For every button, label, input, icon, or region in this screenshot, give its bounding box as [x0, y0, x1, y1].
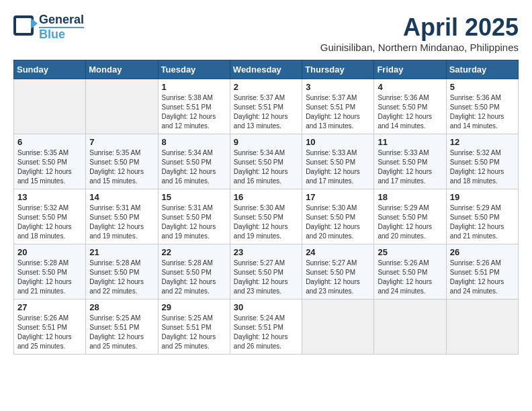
day-number: 26 [450, 247, 515, 257]
day-info: Sunrise: 5:32 AMSunset: 5:50 PMDaylight:… [17, 203, 82, 241]
calendar-cell: 12Sunrise: 5:32 AMSunset: 5:50 PMDayligh… [446, 134, 518, 189]
calendar-table: SundayMondayTuesdayWednesdayThursdayFrid… [13, 60, 519, 355]
logo-general: General [39, 13, 84, 27]
day-info: Sunrise: 5:25 AMSunset: 5:51 PMDaylight:… [162, 314, 226, 351]
day-info: Sunrise: 5:34 AMSunset: 5:50 PMDaylight:… [162, 148, 226, 186]
calendar-cell: 1Sunrise: 5:38 AMSunset: 5:51 PMDaylight… [158, 79, 230, 134]
calendar-cell: 22Sunrise: 5:28 AMSunset: 5:50 PMDayligh… [158, 244, 230, 300]
calendar-cell: 9Sunrise: 5:34 AMSunset: 5:50 PMDaylight… [230, 134, 302, 189]
day-number: 24 [306, 247, 370, 257]
day-number: 13 [17, 192, 82, 202]
calendar-cell: 20Sunrise: 5:28 AMSunset: 5:50 PMDayligh… [14, 244, 86, 300]
day-number: 19 [450, 192, 515, 202]
day-number: 21 [89, 247, 154, 257]
day-number: 11 [378, 137, 442, 147]
calendar-week-row: 27Sunrise: 5:26 AMSunset: 5:51 PMDayligh… [14, 300, 519, 355]
calendar-cell [302, 300, 374, 355]
weekday-header: Tuesday [158, 60, 230, 79]
day-number: 3 [306, 82, 370, 92]
day-number: 27 [17, 302, 82, 312]
day-number: 5 [450, 82, 515, 92]
location-subtitle: Guinisiliban, Northern Mindanao, Philipp… [320, 42, 519, 53]
calendar-cell [14, 79, 86, 134]
day-info: Sunrise: 5:24 AMSunset: 5:51 PMDaylight:… [234, 314, 298, 351]
weekday-header: Wednesday [230, 60, 302, 79]
day-info: Sunrise: 5:31 AMSunset: 5:50 PMDaylight:… [89, 203, 154, 241]
month-title: April 2025 [320, 13, 519, 42]
day-number: 20 [17, 247, 82, 257]
day-info: Sunrise: 5:26 AMSunset: 5:50 PMDaylight:… [378, 259, 442, 296]
day-info: Sunrise: 5:26 AMSunset: 5:51 PMDaylight:… [17, 314, 82, 351]
calendar-cell: 17Sunrise: 5:30 AMSunset: 5:50 PMDayligh… [302, 189, 374, 244]
day-info: Sunrise: 5:27 AMSunset: 5:50 PMDaylight:… [234, 259, 298, 296]
day-number: 12 [450, 137, 515, 147]
calendar-cell: 5Sunrise: 5:36 AMSunset: 5:50 PMDaylight… [446, 79, 518, 134]
day-number: 2 [234, 82, 298, 92]
weekday-header: Saturday [446, 60, 518, 79]
day-number: 18 [378, 192, 442, 202]
day-info: Sunrise: 5:28 AMSunset: 5:50 PMDaylight:… [162, 259, 226, 296]
day-info: Sunrise: 5:31 AMSunset: 5:50 PMDaylight:… [162, 203, 226, 241]
calendar-cell: 15Sunrise: 5:31 AMSunset: 5:50 PMDayligh… [158, 189, 230, 244]
calendar-cell: 16Sunrise: 5:30 AMSunset: 5:50 PMDayligh… [230, 189, 302, 244]
day-info: Sunrise: 5:29 AMSunset: 5:50 PMDaylight:… [378, 203, 442, 241]
day-number: 29 [162, 302, 226, 312]
day-number: 14 [89, 192, 154, 202]
day-info: Sunrise: 5:30 AMSunset: 5:50 PMDaylight:… [306, 203, 370, 241]
day-number: 4 [378, 82, 442, 92]
calendar-cell: 27Sunrise: 5:26 AMSunset: 5:51 PMDayligh… [14, 300, 86, 355]
calendar-cell: 26Sunrise: 5:26 AMSunset: 5:51 PMDayligh… [446, 244, 518, 300]
day-number: 7 [89, 137, 154, 147]
day-number: 25 [378, 247, 442, 257]
weekday-header: Thursday [302, 60, 374, 79]
calendar-week-row: 20Sunrise: 5:28 AMSunset: 5:50 PMDayligh… [14, 244, 519, 300]
day-info: Sunrise: 5:29 AMSunset: 5:50 PMDaylight:… [450, 203, 515, 241]
weekday-header: Friday [374, 60, 446, 79]
day-info: Sunrise: 5:27 AMSunset: 5:50 PMDaylight:… [306, 259, 370, 296]
calendar-cell [86, 79, 158, 134]
day-info: Sunrise: 5:32 AMSunset: 5:50 PMDaylight:… [450, 148, 515, 186]
calendar-cell: 30Sunrise: 5:24 AMSunset: 5:51 PMDayligh… [230, 300, 302, 355]
calendar-cell: 21Sunrise: 5:28 AMSunset: 5:50 PMDayligh… [86, 244, 158, 300]
day-number: 6 [17, 137, 82, 147]
day-info: Sunrise: 5:38 AMSunset: 5:51 PMDaylight:… [162, 93, 226, 131]
calendar-cell: 10Sunrise: 5:33 AMSunset: 5:50 PMDayligh… [302, 134, 374, 189]
calendar-week-row: 1Sunrise: 5:38 AMSunset: 5:51 PMDaylight… [14, 79, 519, 134]
calendar-cell: 23Sunrise: 5:27 AMSunset: 5:50 PMDayligh… [230, 244, 302, 300]
day-info: Sunrise: 5:33 AMSunset: 5:50 PMDaylight:… [378, 148, 442, 186]
day-number: 15 [162, 192, 226, 202]
day-number: 9 [234, 137, 298, 147]
weekday-header: Monday [86, 60, 158, 79]
calendar-cell: 8Sunrise: 5:34 AMSunset: 5:50 PMDaylight… [158, 134, 230, 189]
day-info: Sunrise: 5:30 AMSunset: 5:50 PMDaylight:… [234, 203, 298, 241]
day-info: Sunrise: 5:36 AMSunset: 5:50 PMDaylight:… [450, 93, 515, 131]
calendar-cell: 7Sunrise: 5:35 AMSunset: 5:50 PMDaylight… [86, 134, 158, 189]
day-number: 22 [162, 247, 226, 257]
logo-blue: Blue [39, 27, 84, 42]
day-number: 30 [234, 302, 298, 312]
day-info: Sunrise: 5:37 AMSunset: 5:51 PMDaylight:… [234, 93, 298, 131]
day-info: Sunrise: 5:28 AMSunset: 5:50 PMDaylight:… [89, 259, 154, 296]
calendar-cell: 24Sunrise: 5:27 AMSunset: 5:50 PMDayligh… [302, 244, 374, 300]
day-number: 8 [162, 137, 226, 147]
day-info: Sunrise: 5:33 AMSunset: 5:50 PMDaylight:… [306, 148, 370, 186]
calendar-cell: 2Sunrise: 5:37 AMSunset: 5:51 PMDaylight… [230, 79, 302, 134]
calendar-header-row: SundayMondayTuesdayWednesdayThursdayFrid… [14, 60, 519, 79]
day-info: Sunrise: 5:35 AMSunset: 5:50 PMDaylight:… [17, 148, 82, 186]
calendar-cell: 4Sunrise: 5:36 AMSunset: 5:50 PMDaylight… [374, 79, 446, 134]
calendar-cell: 19Sunrise: 5:29 AMSunset: 5:50 PMDayligh… [446, 189, 518, 244]
calendar-cell: 14Sunrise: 5:31 AMSunset: 5:50 PMDayligh… [86, 189, 158, 244]
calendar-week-row: 13Sunrise: 5:32 AMSunset: 5:50 PMDayligh… [14, 189, 519, 244]
calendar-week-row: 6Sunrise: 5:35 AMSunset: 5:50 PMDaylight… [14, 134, 519, 189]
calendar-cell: 18Sunrise: 5:29 AMSunset: 5:50 PMDayligh… [374, 189, 446, 244]
day-number: 1 [162, 82, 226, 92]
weekday-header: Sunday [14, 60, 86, 79]
day-info: Sunrise: 5:26 AMSunset: 5:51 PMDaylight:… [450, 259, 515, 296]
day-info: Sunrise: 5:36 AMSunset: 5:50 PMDaylight:… [378, 93, 442, 131]
calendar-cell: 6Sunrise: 5:35 AMSunset: 5:50 PMDaylight… [14, 134, 86, 189]
calendar-cell: 25Sunrise: 5:26 AMSunset: 5:50 PMDayligh… [374, 244, 446, 300]
day-number: 28 [89, 302, 154, 312]
calendar-cell: 28Sunrise: 5:25 AMSunset: 5:51 PMDayligh… [86, 300, 158, 355]
logo: General Blue [13, 13, 84, 42]
day-info: Sunrise: 5:34 AMSunset: 5:50 PMDaylight:… [234, 148, 298, 186]
